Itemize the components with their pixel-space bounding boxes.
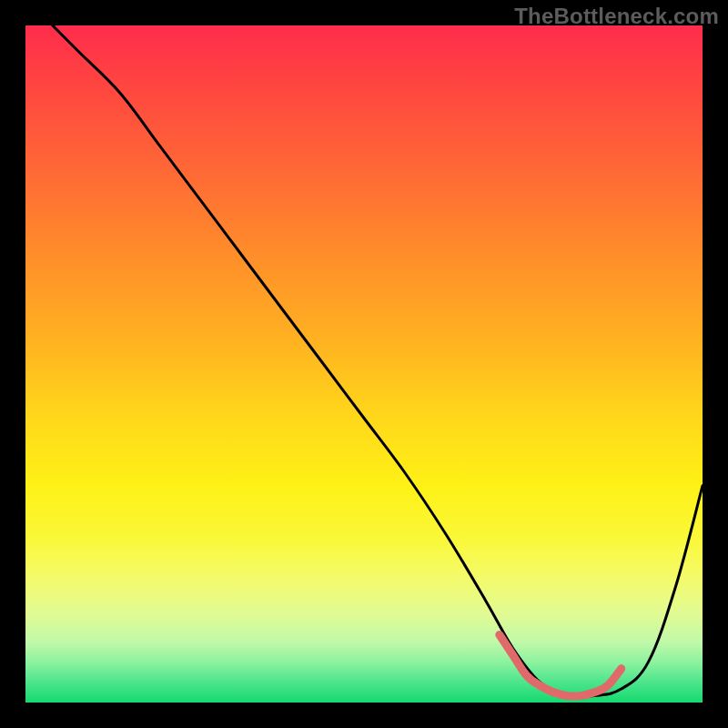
chart-svg <box>25 25 703 703</box>
chart-plot-area <box>25 25 703 703</box>
highlight-segment-line <box>500 635 622 696</box>
chart-frame: TheBottleneck.com <box>0 0 728 728</box>
watermark-text: TheBottleneck.com <box>514 4 719 29</box>
main-curve-line <box>53 25 703 697</box>
